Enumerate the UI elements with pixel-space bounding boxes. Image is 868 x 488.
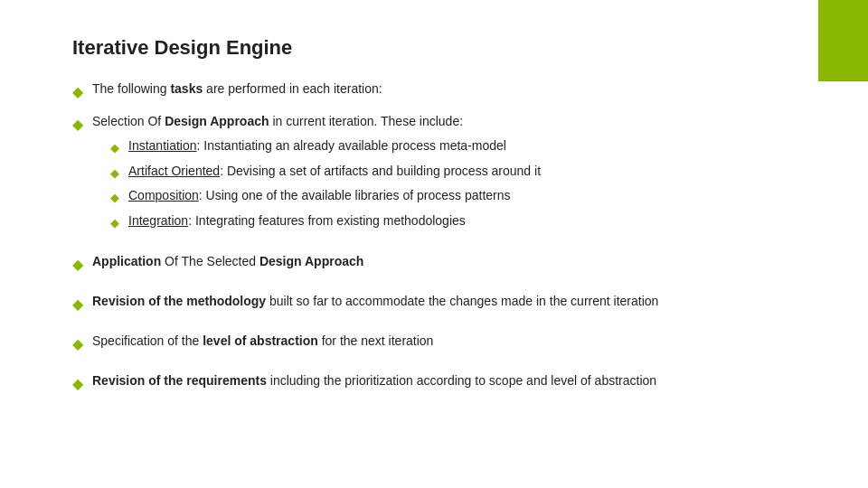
list-item: ◆ The following tasks are performed in e… xyxy=(72,80,814,103)
list-item: ◆ Specification of the level of abstract… xyxy=(72,332,814,355)
bullet-text-2: Selection Of Design Approach in current … xyxy=(92,112,814,236)
bullet-icon-3: ◆ xyxy=(72,254,83,276)
bullet-icon-2: ◆ xyxy=(72,114,83,136)
sub-bullet-icon: ◆ xyxy=(110,164,119,183)
list-item: ◆ Application Of The Selected Design App… xyxy=(72,252,814,276)
bullet-text-6: Revision of the requirements including t… xyxy=(92,371,814,390)
list-item: ◆ Composition: Using one of the availabl… xyxy=(110,186,814,207)
list-item: ◆ Revision of the requirements including… xyxy=(72,371,814,395)
slide-title: Iterative Design Engine xyxy=(72,36,814,60)
main-bullet-list: ◆ The following tasks are performed in e… xyxy=(72,80,814,395)
sub-bullet-icon: ◆ xyxy=(110,214,119,232)
sub-bullet-icon: ◆ xyxy=(110,139,119,157)
list-item: ◆ Artifact Oriented: Devising a set of a… xyxy=(110,162,814,183)
list-item: ◆ Instantiation: Instantiating an alread… xyxy=(110,136,814,157)
slide-container: Iterative Design Engine ◆ The following … xyxy=(0,0,868,488)
bullet-text-4: Revision of the methodology built so far… xyxy=(92,292,814,311)
bullet-text-5: Specification of the level of abstractio… xyxy=(92,332,814,351)
list-item: ◆ Integration: Integrating features from… xyxy=(110,211,814,232)
sub-bullet-text: Composition: Using one of the available … xyxy=(128,186,814,205)
bullet-icon-5: ◆ xyxy=(72,333,83,355)
bullet-icon-6: ◆ xyxy=(72,373,83,395)
bullet-icon-1: ◆ xyxy=(72,81,83,103)
sub-bullet-text: Instantiation: Instantiating an already … xyxy=(128,136,814,155)
sub-bullet-text: Integration: Integrating features from e… xyxy=(128,211,814,230)
corner-decoration xyxy=(818,0,868,81)
list-item: ◆ Selection Of Design Approach in curren… xyxy=(72,112,814,236)
sub-bullet-text: Artifact Oriented: Devising a set of art… xyxy=(128,162,814,181)
bullet-text-3: Application Of The Selected Design Appro… xyxy=(92,252,814,271)
sub-bullet-list: ◆ Instantiation: Instantiating an alread… xyxy=(110,136,814,231)
bullet-icon-4: ◆ xyxy=(72,294,83,315)
list-item: ◆ Revision of the methodology built so f… xyxy=(72,292,814,315)
bullet-text-1: The following tasks are performed in eac… xyxy=(92,80,814,99)
sub-bullet-icon: ◆ xyxy=(110,189,119,207)
